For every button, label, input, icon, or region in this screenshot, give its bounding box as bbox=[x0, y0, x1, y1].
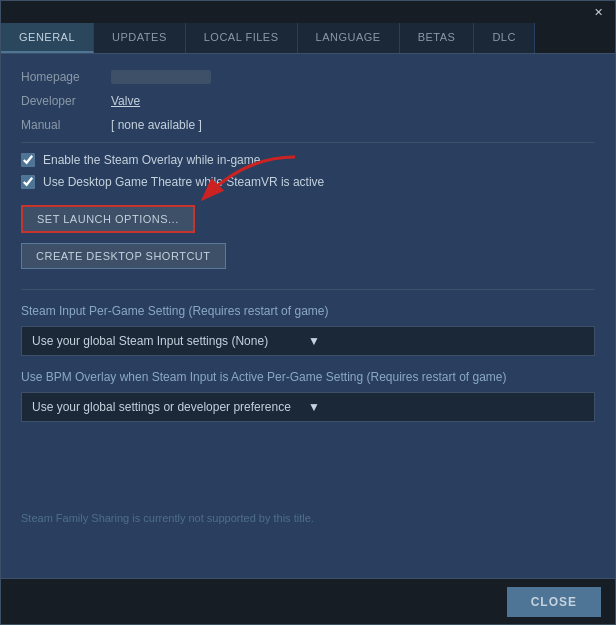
manual-row: Manual [ none available ] bbox=[21, 118, 595, 132]
red-arrow-decoration bbox=[185, 147, 315, 227]
bpm-overlay-title: Use BPM Overlay when Steam Input is Acti… bbox=[21, 370, 595, 384]
close-button[interactable]: CLOSE bbox=[507, 587, 601, 617]
steam-input-arrow-icon: ▼ bbox=[308, 334, 584, 348]
tab-updates[interactable]: UPDATES bbox=[94, 23, 186, 53]
developer-label: Developer bbox=[21, 94, 111, 108]
manual-label: Manual bbox=[21, 118, 111, 132]
homepage-value-bar bbox=[111, 70, 211, 84]
content-panel: Homepage Developer Valve Manual [ none a… bbox=[1, 54, 615, 578]
overlay-checkbox[interactable] bbox=[21, 153, 35, 167]
tab-dlc[interactable]: DLC bbox=[474, 23, 535, 53]
launch-options-container: SET LAUNCH OPTIONS... bbox=[21, 197, 195, 239]
create-desktop-shortcut-button[interactable]: CREATE DESKTOP SHORTCUT bbox=[21, 243, 226, 269]
tab-general[interactable]: GENERAL bbox=[1, 23, 94, 53]
tab-bar: GENERAL UPDATES LOCAL FILES LANGUAGE BET… bbox=[1, 23, 615, 54]
theatre-checkbox[interactable] bbox=[21, 175, 35, 189]
steam-input-dropdown[interactable]: Use your global Steam Input settings (No… bbox=[21, 326, 595, 356]
tab-local-files[interactable]: LOCAL FILES bbox=[186, 23, 298, 53]
developer-row: Developer Valve bbox=[21, 94, 595, 108]
family-sharing-note: Steam Family Sharing is currently not su… bbox=[21, 512, 595, 524]
app-window: ✕ GENERAL UPDATES LOCAL FILES LANGUAGE B… bbox=[0, 0, 616, 625]
manual-value: [ none available ] bbox=[111, 118, 202, 132]
footer: CLOSE bbox=[1, 578, 615, 624]
developer-value: Valve bbox=[111, 94, 140, 108]
bpm-overlay-value: Use your global settings or developer pr… bbox=[32, 400, 308, 414]
bpm-overlay-dropdown[interactable]: Use your global settings or developer pr… bbox=[21, 392, 595, 422]
set-launch-options-button[interactable]: SET LAUNCH OPTIONS... bbox=[21, 205, 195, 233]
developer-link[interactable]: Valve bbox=[111, 94, 140, 108]
close-window-button[interactable]: ✕ bbox=[588, 4, 609, 21]
divider-1 bbox=[21, 142, 595, 143]
bpm-overlay-arrow-icon: ▼ bbox=[308, 400, 584, 414]
homepage-label: Homepage bbox=[21, 70, 111, 84]
tab-language[interactable]: LANGUAGE bbox=[298, 23, 400, 53]
divider-2 bbox=[21, 289, 595, 290]
tab-betas[interactable]: BETAS bbox=[400, 23, 475, 53]
steam-input-value: Use your global Steam Input settings (No… bbox=[32, 334, 308, 348]
steam-input-title: Steam Input Per-Game Setting (Requires r… bbox=[21, 304, 595, 318]
title-bar: ✕ bbox=[1, 1, 615, 23]
homepage-row: Homepage bbox=[21, 70, 595, 84]
